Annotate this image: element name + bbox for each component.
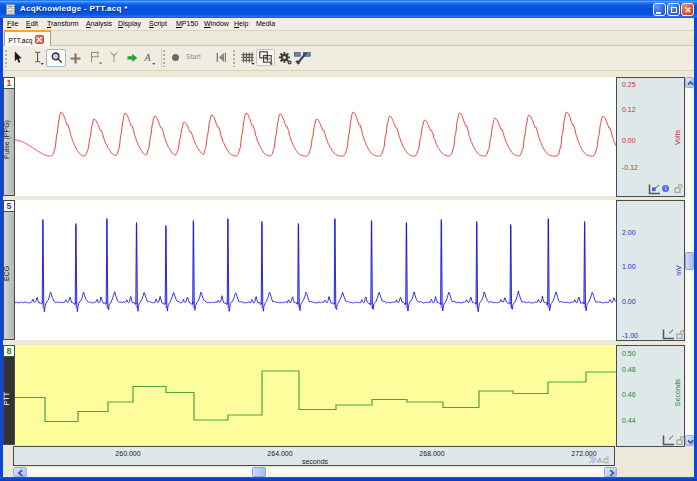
svg-text:A: A	[597, 456, 603, 464]
svg-text:A: A	[144, 52, 152, 63]
